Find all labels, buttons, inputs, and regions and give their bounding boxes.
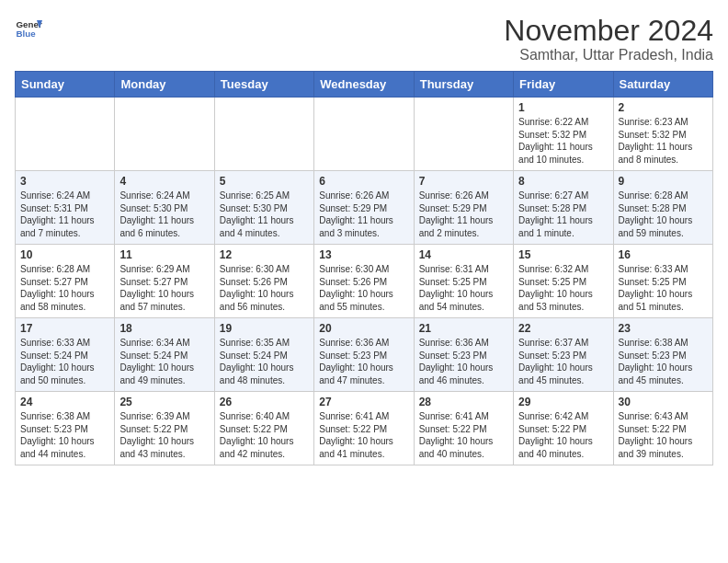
- day-number: 16: [619, 248, 708, 261]
- day-info: Sunrise: 6:41 AM Sunset: 5:22 PM Dayligh…: [419, 410, 508, 460]
- day-info: Sunrise: 6:40 AM Sunset: 5:22 PM Dayligh…: [220, 410, 309, 460]
- day-number: 4: [119, 175, 209, 188]
- day-number: 30: [619, 396, 708, 408]
- calendar-cell: 25Sunrise: 6:39 AM Sunset: 5:22 PM Dayli…: [115, 392, 214, 465]
- day-info: Sunrise: 6:38 AM Sunset: 5:23 PM Dayligh…: [20, 410, 109, 460]
- day-number: 8: [518, 175, 608, 188]
- day-info: Sunrise: 6:25 AM Sunset: 5:30 PM Dayligh…: [220, 190, 309, 239]
- day-info: Sunrise: 6:24 AM Sunset: 5:31 PM Dayligh…: [20, 190, 109, 239]
- day-info: Sunrise: 6:38 AM Sunset: 5:23 PM Dayligh…: [619, 337, 708, 386]
- day-number: 18: [119, 322, 209, 335]
- weekday-header-saturday: Saturday: [613, 72, 712, 98]
- day-info: Sunrise: 6:37 AM Sunset: 5:23 PM Dayligh…: [518, 337, 608, 386]
- weekday-header-thursday: Thursday: [414, 72, 513, 98]
- day-number: 17: [20, 322, 109, 335]
- calendar-cell: 2Sunrise: 6:23 AM Sunset: 5:32 PM Daylig…: [613, 98, 712, 171]
- day-info: Sunrise: 6:43 AM Sunset: 5:22 PM Dayligh…: [619, 410, 708, 460]
- day-number: 19: [220, 322, 309, 335]
- day-number: 26: [220, 396, 309, 408]
- calendar-cell: 28Sunrise: 6:41 AM Sunset: 5:22 PM Dayli…: [414, 392, 513, 465]
- day-info: Sunrise: 6:28 AM Sunset: 5:28 PM Dayligh…: [619, 190, 708, 239]
- calendar-cell: 24Sunrise: 6:38 AM Sunset: 5:23 PM Dayli…: [16, 392, 115, 465]
- calendar-cell: [414, 98, 513, 171]
- day-number: 27: [319, 396, 408, 408]
- day-info: Sunrise: 6:23 AM Sunset: 5:32 PM Dayligh…: [619, 116, 708, 166]
- week-row-5: 24Sunrise: 6:38 AM Sunset: 5:23 PM Dayli…: [16, 392, 713, 465]
- calendar-cell: 30Sunrise: 6:43 AM Sunset: 5:22 PM Dayli…: [613, 392, 712, 465]
- weekday-header-tuesday: Tuesday: [214, 72, 313, 98]
- calendar-cell: 6Sunrise: 6:26 AM Sunset: 5:29 PM Daylig…: [314, 171, 414, 245]
- calendar-cell: [314, 98, 414, 171]
- day-number: 2: [619, 101, 708, 114]
- day-info: Sunrise: 6:31 AM Sunset: 5:25 PM Dayligh…: [419, 263, 508, 313]
- calendar-cell: [16, 98, 115, 171]
- weekday-header-friday: Friday: [514, 72, 613, 98]
- day-info: Sunrise: 6:28 AM Sunset: 5:27 PM Dayligh…: [20, 263, 109, 313]
- calendar-cell: 5Sunrise: 6:25 AM Sunset: 5:30 PM Daylig…: [214, 171, 313, 245]
- calendar-cell: 22Sunrise: 6:37 AM Sunset: 5:23 PM Dayli…: [514, 318, 613, 392]
- day-info: Sunrise: 6:36 AM Sunset: 5:23 PM Dayligh…: [419, 337, 508, 386]
- calendar-cell: 12Sunrise: 6:30 AM Sunset: 5:26 PM Dayli…: [214, 245, 313, 318]
- day-number: 10: [20, 248, 109, 261]
- calendar-cell: 23Sunrise: 6:38 AM Sunset: 5:23 PM Dayli…: [613, 318, 712, 392]
- day-info: Sunrise: 6:30 AM Sunset: 5:26 PM Dayligh…: [220, 263, 309, 313]
- day-number: 28: [419, 396, 508, 408]
- day-number: 14: [419, 248, 508, 261]
- week-row-3: 10Sunrise: 6:28 AM Sunset: 5:27 PM Dayli…: [16, 245, 713, 318]
- day-info: Sunrise: 6:29 AM Sunset: 5:27 PM Dayligh…: [119, 263, 209, 313]
- calendar-cell: 20Sunrise: 6:36 AM Sunset: 5:23 PM Dayli…: [314, 318, 414, 392]
- calendar-cell: 13Sunrise: 6:30 AM Sunset: 5:26 PM Dayli…: [314, 245, 414, 318]
- day-info: Sunrise: 6:26 AM Sunset: 5:29 PM Dayligh…: [319, 190, 408, 239]
- day-info: Sunrise: 6:22 AM Sunset: 5:32 PM Dayligh…: [518, 116, 608, 166]
- day-number: 24: [20, 396, 109, 408]
- day-info: Sunrise: 6:39 AM Sunset: 5:22 PM Dayligh…: [119, 410, 209, 460]
- day-number: 7: [419, 175, 508, 188]
- calendar-cell: 29Sunrise: 6:42 AM Sunset: 5:22 PM Dayli…: [514, 392, 613, 465]
- day-info: Sunrise: 6:26 AM Sunset: 5:29 PM Dayligh…: [419, 190, 508, 239]
- day-number: 3: [20, 175, 109, 188]
- calendar-cell: 21Sunrise: 6:36 AM Sunset: 5:23 PM Dayli…: [414, 318, 513, 392]
- day-info: Sunrise: 6:33 AM Sunset: 5:25 PM Dayligh…: [619, 263, 708, 313]
- day-info: Sunrise: 6:41 AM Sunset: 5:22 PM Dayligh…: [319, 410, 408, 460]
- calendar-cell: [115, 98, 214, 171]
- day-number: 20: [319, 322, 408, 335]
- calendar-table: SundayMondayTuesdayWednesdayThursdayFrid…: [15, 71, 713, 465]
- day-info: Sunrise: 6:24 AM Sunset: 5:30 PM Dayligh…: [119, 190, 209, 239]
- weekday-header-monday: Monday: [115, 72, 214, 98]
- calendar-subtitle: Samthar, Uttar Pradesh, India: [504, 47, 713, 63]
- calendar-cell: 17Sunrise: 6:33 AM Sunset: 5:24 PM Dayli…: [16, 318, 115, 392]
- logo: General Blue: [15, 15, 42, 42]
- day-info: Sunrise: 6:34 AM Sunset: 5:24 PM Dayligh…: [119, 337, 209, 386]
- calendar-title: November 2024: [504, 15, 713, 47]
- day-info: Sunrise: 6:42 AM Sunset: 5:22 PM Dayligh…: [518, 410, 608, 460]
- day-number: 22: [518, 322, 608, 335]
- calendar-cell: 9Sunrise: 6:28 AM Sunset: 5:28 PM Daylig…: [613, 171, 712, 245]
- day-number: 21: [419, 322, 508, 335]
- calendar-cell: 16Sunrise: 6:33 AM Sunset: 5:25 PM Dayli…: [613, 245, 712, 318]
- day-info: Sunrise: 6:32 AM Sunset: 5:25 PM Dayligh…: [518, 263, 608, 313]
- calendar-cell: 18Sunrise: 6:34 AM Sunset: 5:24 PM Dayli…: [115, 318, 214, 392]
- day-info: Sunrise: 6:27 AM Sunset: 5:28 PM Dayligh…: [518, 190, 608, 239]
- week-row-4: 17Sunrise: 6:33 AM Sunset: 5:24 PM Dayli…: [16, 318, 713, 392]
- day-number: 5: [220, 175, 309, 188]
- calendar-cell: 26Sunrise: 6:40 AM Sunset: 5:22 PM Dayli…: [214, 392, 313, 465]
- calendar-cell: 15Sunrise: 6:32 AM Sunset: 5:25 PM Dayli…: [514, 245, 613, 318]
- week-row-1: 1Sunrise: 6:22 AM Sunset: 5:32 PM Daylig…: [16, 98, 713, 171]
- weekday-header-row: SundayMondayTuesdayWednesdayThursdayFrid…: [16, 72, 713, 98]
- calendar-cell: 14Sunrise: 6:31 AM Sunset: 5:25 PM Dayli…: [414, 245, 513, 318]
- calendar-cell: 7Sunrise: 6:26 AM Sunset: 5:29 PM Daylig…: [414, 171, 513, 245]
- day-number: 13: [319, 248, 408, 261]
- day-number: 23: [619, 322, 708, 335]
- calendar-cell: 10Sunrise: 6:28 AM Sunset: 5:27 PM Dayli…: [16, 245, 115, 318]
- weekday-header-sunday: Sunday: [16, 72, 115, 98]
- calendar-cell: [214, 98, 313, 171]
- day-number: 25: [119, 396, 209, 408]
- calendar-cell: 3Sunrise: 6:24 AM Sunset: 5:31 PM Daylig…: [16, 171, 115, 245]
- calendar-cell: 19Sunrise: 6:35 AM Sunset: 5:24 PM Dayli…: [214, 318, 313, 392]
- calendar-cell: 27Sunrise: 6:41 AM Sunset: 5:22 PM Dayli…: [314, 392, 414, 465]
- calendar-cell: 8Sunrise: 6:27 AM Sunset: 5:28 PM Daylig…: [514, 171, 613, 245]
- day-number: 12: [220, 248, 309, 261]
- day-info: Sunrise: 6:35 AM Sunset: 5:24 PM Dayligh…: [220, 337, 309, 386]
- day-number: 15: [518, 248, 608, 261]
- day-number: 29: [518, 396, 608, 408]
